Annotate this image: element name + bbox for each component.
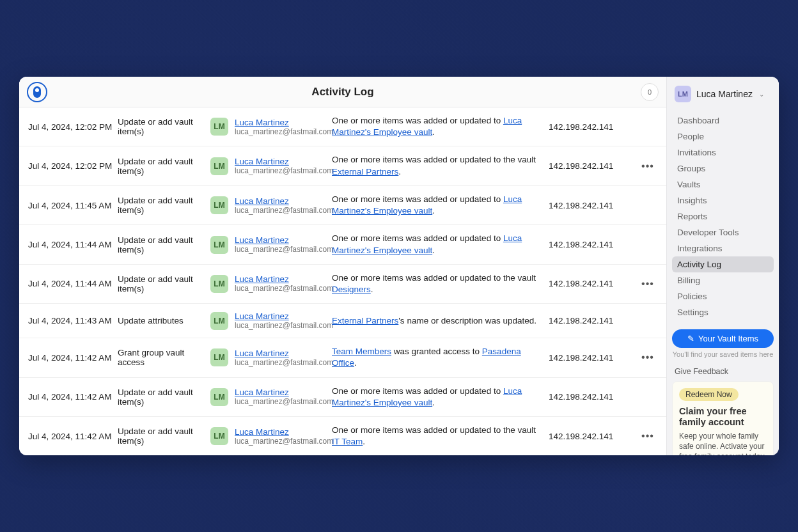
user-email: luca_martinez@fastmail.com bbox=[235, 284, 333, 293]
detail-link[interactable]: Luca Martinez's Employee vault bbox=[332, 233, 522, 254]
detail-link[interactable]: Team Members bbox=[332, 347, 391, 356]
your-vault-items-button[interactable]: ✎ Your Vault Items bbox=[672, 329, 774, 348]
cell-date: Jul 4, 2024, 11:42 AM bbox=[28, 432, 118, 441]
nav-item-integrations[interactable]: Integrations bbox=[672, 240, 774, 256]
user-link[interactable]: Luca Martinez bbox=[235, 157, 333, 166]
table-row: Jul 4, 2024, 12:02 PMUpdate or add vault… bbox=[19, 146, 666, 185]
cell-details: One or more items was added or updated t… bbox=[332, 425, 549, 448]
user-link[interactable]: Luca Martinez bbox=[235, 387, 333, 397]
give-feedback-link[interactable]: Give Feedback bbox=[672, 367, 774, 376]
detail-link[interactable]: External Partners bbox=[332, 316, 398, 325]
user-link[interactable]: Luca Martinez bbox=[235, 235, 333, 245]
table-row: Jul 4, 2024, 11:44 AMUpdate or add vault… bbox=[19, 265, 666, 304]
nav-item-vaults[interactable]: Vaults bbox=[672, 176, 774, 192]
table-row: Jul 4, 2024, 11:42 AMUpdate or add vault… bbox=[19, 378, 666, 417]
avatar: LM bbox=[210, 427, 228, 445]
nav-list: DashboardPeopleInvitationsGroupsVaultsIn… bbox=[672, 113, 774, 320]
nav-item-policies[interactable]: Policies bbox=[672, 288, 774, 304]
cell-ip: 142.198.242.141 bbox=[549, 432, 638, 441]
user-email: luca_martinez@fastmail.com bbox=[235, 166, 333, 175]
cell-user: LMLuca Martinezluca_martinez@fastmail.co… bbox=[210, 274, 332, 293]
cell-user: LMLuca Martinezluca_martinez@fastmail.co… bbox=[210, 196, 332, 215]
nav-item-insights[interactable]: Insights bbox=[672, 192, 774, 208]
vault-hint: You'll find your saved items here bbox=[672, 350, 774, 358]
cell-action: Update or add vault item(s) bbox=[118, 426, 210, 446]
row-menu-button[interactable]: ••• bbox=[638, 430, 657, 442]
account-menu[interactable]: LM Luca Martinez ⌄ bbox=[672, 83, 774, 105]
nav-item-dashboard[interactable]: Dashboard bbox=[672, 113, 774, 129]
page-title: Activity Log bbox=[311, 86, 373, 98]
user-link[interactable]: Luca Martinez bbox=[235, 274, 333, 284]
detail-link[interactable]: Luca Martinez's Employee vault bbox=[332, 116, 522, 137]
user-email: luca_martinez@fastmail.com bbox=[235, 321, 333, 330]
nav-item-activity-log[interactable]: Activity Log bbox=[672, 256, 774, 272]
user-link[interactable]: Luca Martinez bbox=[235, 118, 333, 127]
nav-item-reports[interactable]: Reports bbox=[672, 208, 774, 224]
table-row: Jul 4, 2024, 11:45 AMUpdate or add vault… bbox=[19, 186, 666, 225]
row-menu-button[interactable]: ••• bbox=[638, 278, 657, 290]
promo-card: Redeem Now Claim your free family accoun… bbox=[672, 381, 774, 455]
row-menu-button[interactable]: ••• bbox=[638, 160, 657, 172]
nav-item-invitations[interactable]: Invitations bbox=[672, 145, 774, 160]
table-row: Jul 4, 2024, 11:44 AMUpdate or add vault… bbox=[19, 225, 666, 264]
cell-details: One or more items was added or updated t… bbox=[332, 386, 549, 409]
cell-ip: 142.198.242.141 bbox=[549, 392, 638, 402]
user-link[interactable]: Luca Martinez bbox=[235, 196, 333, 206]
chevron-down-icon: ⌄ bbox=[759, 91, 764, 98]
nav-item-groups[interactable]: Groups bbox=[672, 160, 774, 176]
table-row: Jul 4, 2024, 11:43 AMUpdate attributesLM… bbox=[19, 304, 666, 338]
bell-count: 0 bbox=[648, 88, 652, 96]
cell-action: Grant group vault access bbox=[118, 348, 210, 367]
detail-link[interactable]: IT Team bbox=[332, 437, 363, 446]
cell-date: Jul 4, 2024, 12:02 PM bbox=[28, 122, 118, 132]
avatar: LM bbox=[210, 348, 228, 366]
cell-action: Update attributes bbox=[118, 316, 210, 325]
promo-badge[interactable]: Redeem Now bbox=[679, 388, 739, 401]
notifications-button[interactable]: 0 bbox=[641, 83, 659, 101]
cell-date: Jul 4, 2024, 11:44 AM bbox=[28, 279, 118, 288]
cell-user: LMLuca Martinezluca_martinez@fastmail.co… bbox=[210, 348, 332, 367]
cell-action: Update or add vault item(s) bbox=[118, 387, 210, 407]
user-email: luca_martinez@fastmail.com bbox=[235, 127, 333, 136]
row-menu-button[interactable]: ••• bbox=[638, 352, 657, 363]
avatar: LM bbox=[210, 388, 228, 406]
avatar: LM bbox=[210, 236, 228, 254]
user-link[interactable]: Luca Martinez bbox=[235, 348, 333, 358]
user-link[interactable]: Luca Martinez bbox=[235, 427, 333, 437]
cell-date: Jul 4, 2024, 11:43 AM bbox=[28, 316, 118, 325]
detail-link[interactable]: Luca Martinez's Employee vault bbox=[332, 194, 522, 215]
cell-details: Team Members was granted access to Pasad… bbox=[332, 346, 549, 369]
nav-item-people[interactable]: People bbox=[672, 129, 774, 145]
cell-user: LMLuca Martinezluca_martinez@fastmail.co… bbox=[210, 157, 332, 175]
avatar: LM bbox=[675, 86, 691, 102]
promo-body: Keep your whole family safe online. Acti… bbox=[679, 431, 767, 455]
cell-action: Update or add vault item(s) bbox=[118, 157, 210, 176]
nav-item-settings[interactable]: Settings bbox=[672, 304, 774, 320]
cell-user: LMLuca Martinezluca_martinez@fastmail.co… bbox=[210, 387, 332, 406]
user-link[interactable]: Luca Martinez bbox=[235, 311, 333, 321]
nav-item-developer-tools[interactable]: Developer Tools bbox=[672, 224, 774, 240]
table-row: Jul 4, 2024, 11:42 AMUpdate or add vault… bbox=[19, 417, 666, 455]
cell-details: One or more items was added or updated t… bbox=[332, 194, 549, 217]
main-panel: Activity Log 0 Jul 4, 2024, 12:02 PMUpda… bbox=[19, 77, 666, 455]
vault-button-label: Your Vault Items bbox=[698, 334, 758, 343]
detail-link[interactable]: Designers bbox=[332, 285, 371, 294]
cell-ip: 142.198.242.141 bbox=[549, 316, 638, 325]
vault-icon: ✎ bbox=[687, 334, 694, 343]
table-row: Jul 4, 2024, 11:42 AMGrant group vault a… bbox=[19, 338, 666, 377]
cell-user: LMLuca Martinezluca_martinez@fastmail.co… bbox=[210, 427, 332, 446]
cell-action: Update or add vault item(s) bbox=[118, 196, 210, 215]
user-email: luca_martinez@fastmail.com bbox=[235, 245, 333, 254]
app-logo-icon bbox=[27, 82, 47, 102]
cell-ip: 142.198.242.141 bbox=[549, 240, 638, 249]
cell-date: Jul 4, 2024, 11:44 AM bbox=[28, 240, 118, 249]
cell-date: Jul 4, 2024, 12:02 PM bbox=[28, 161, 118, 171]
cell-ip: 142.198.242.141 bbox=[549, 161, 638, 171]
app-window: Activity Log 0 Jul 4, 2024, 12:02 PMUpda… bbox=[19, 77, 779, 455]
cell-user: LMLuca Martinezluca_martinez@fastmail.co… bbox=[210, 235, 332, 254]
detail-link[interactable]: Luca Martinez's Employee vault bbox=[332, 386, 522, 407]
nav-item-billing[interactable]: Billing bbox=[672, 272, 774, 288]
avatar: LM bbox=[210, 312, 228, 330]
detail-link[interactable]: External Partners bbox=[332, 167, 398, 176]
cell-ip: 142.198.242.141 bbox=[549, 201, 638, 210]
